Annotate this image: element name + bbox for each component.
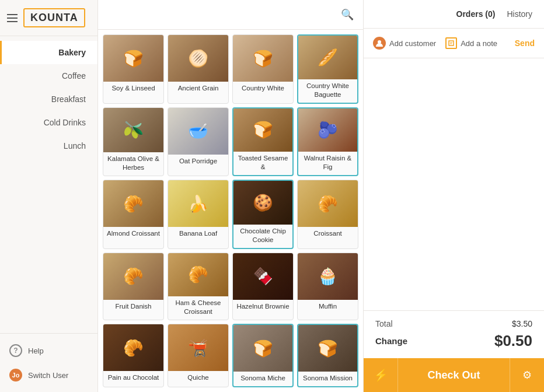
product-card-ham[interactable]: 🥐Ham & Cheese Croissant <box>168 253 229 321</box>
product-name-sonoma_miche: Sonoma Miche <box>233 372 292 386</box>
hamburger-icon[interactable] <box>7 14 18 22</box>
product-card-kalamata[interactable]: 🫒Kalamata Olive & Herbes <box>103 107 164 177</box>
change-label: Change <box>375 336 407 346</box>
total-row: Total $3.50 <box>375 319 532 328</box>
product-card-sonoma_miche[interactable]: 🍞Sonoma Miche <box>232 324 294 387</box>
product-image-choc: 🍪 <box>233 181 292 225</box>
product-card-quiche[interactable]: 🫕Quiche <box>168 324 229 387</box>
product-image-country: 🍞 <box>233 35 293 82</box>
order-content <box>364 58 544 310</box>
sidebar-item-bakery[interactable]: Bakery <box>0 41 97 64</box>
checkout-bar: ⚡ Check Out ⚙ <box>364 358 544 392</box>
total-amount: $3.50 <box>512 319 532 328</box>
product-image-croissant: 🥐 <box>298 180 358 227</box>
product-card-country[interactable]: 🍞Country White <box>232 34 294 104</box>
add-customer-button[interactable]: Add customer <box>373 37 436 50</box>
product-card-choc[interactable]: 🍪Chocolate Chip Cookie <box>232 180 294 249</box>
product-image-hazelnut: 🍫 <box>233 253 293 300</box>
product-image-almond: 🥐 <box>103 180 163 227</box>
product-image-ancient: 🫓 <box>168 35 228 82</box>
product-name-croissant: Croissant <box>298 227 358 242</box>
sidebar-nav: BakeryCoffeeBreakfastCold DrinksLunch <box>0 36 97 333</box>
product-image-ham: 🥐 <box>168 253 228 297</box>
product-name-oat: Oat Porridge <box>168 155 228 169</box>
total-label: Total <box>375 319 393 328</box>
product-card-danish[interactable]: 🥐Fruit Danish <box>103 253 164 321</box>
product-card-oat[interactable]: 🥣Oat Porridge <box>168 107 229 177</box>
history-tab[interactable]: History <box>507 9 532 19</box>
product-card-banana[interactable]: 🍌Banana Loaf <box>168 180 229 249</box>
products-grid: 🍞Soy & Linseed🫓Ancient Grain🍞Country Whi… <box>98 30 363 392</box>
product-name-muffin: Muffin <box>298 300 358 314</box>
product-card-toasted[interactable]: 🍞Toasted Sesame & <box>232 107 294 177</box>
product-image-pain: 🥐 <box>103 324 163 371</box>
product-image-banana: 🍌 <box>168 180 228 227</box>
product-card-hazelnut[interactable]: 🍫Hazelnut Brownie <box>232 253 294 321</box>
settings-button[interactable]: ⚙ <box>510 358 544 392</box>
product-card-ancient[interactable]: 🫓Ancient Grain <box>168 34 229 104</box>
sidebar-footer: ? Help Jo Switch User <box>0 333 97 392</box>
product-image-quiche: 🫕 <box>168 324 228 371</box>
main-area: 🔍 🍞Soy & Linseed🫓Ancient Grain🍞Country W… <box>98 0 363 392</box>
product-name-ham: Ham & Cheese Croissant <box>168 296 228 320</box>
product-image-walnut: 🫐 <box>298 108 357 152</box>
product-name-hazelnut: Hazelnut Brownie <box>233 300 293 314</box>
change-amount: $0.50 <box>494 332 532 350</box>
add-note-button[interactable]: Add a note <box>445 37 497 49</box>
user-avatar: Jo <box>9 369 22 382</box>
main-header: 🔍 <box>98 0 363 30</box>
right-header: Orders (0) History <box>364 0 544 29</box>
product-card-croissant[interactable]: 🥐Croissant <box>297 180 358 249</box>
product-image-danish: 🥐 <box>103 253 163 300</box>
product-name-quiche: Quiche <box>168 371 228 386</box>
lightning-button[interactable]: ⚡ <box>364 358 397 392</box>
product-name-soy: Soy & Linseed <box>103 82 163 96</box>
product-card-walnut[interactable]: 🫐Walnut Raisin & Fig <box>297 107 358 177</box>
app-logo: KOUNTA <box>23 8 85 27</box>
sidebar-item-coffee[interactable]: Coffee <box>0 64 97 88</box>
help-icon: ? <box>9 344 22 357</box>
product-name-sonoma_mission: Sonoma Mission <box>298 372 357 386</box>
change-row: Change $0.50 <box>375 332 532 350</box>
order-footer: Total $3.50 Change $0.50 <box>364 310 544 358</box>
product-image-toasted: 🍞 <box>233 108 292 152</box>
switch-user-button[interactable]: Jo Switch User <box>0 363 97 387</box>
search-icon[interactable]: 🔍 <box>341 8 354 21</box>
product-card-soy[interactable]: 🍞Soy & Linseed <box>103 34 164 104</box>
product-name-walnut: Walnut Raisin & Fig <box>298 152 357 175</box>
product-name-banana: Banana Loaf <box>168 227 228 242</box>
right-panel: Orders (0) History Add customer Add a no… <box>363 0 544 392</box>
product-name-baguette: Country White Baguette <box>298 79 357 103</box>
sidebar-header: KOUNTA <box>0 0 97 36</box>
product-image-muffin: 🧁 <box>298 253 358 300</box>
product-image-sonoma_mission: 🍞 <box>298 325 357 372</box>
product-name-almond: Almond Croissant <box>103 227 163 242</box>
sidebar-item-breakfast[interactable]: Breakfast <box>0 88 97 111</box>
product-name-kalamata: Kalamata Olive & Herbes <box>103 152 163 176</box>
product-name-country: Country White <box>233 82 293 96</box>
orders-tab[interactable]: Orders (0) <box>456 9 496 19</box>
sidebar-item-cold_drinks[interactable]: Cold Drinks <box>0 111 97 134</box>
send-button[interactable]: Send <box>515 38 535 48</box>
product-card-baguette[interactable]: 🥖Country White Baguette <box>297 34 358 104</box>
customer-icon <box>373 37 386 50</box>
sidebar: KOUNTA BakeryCoffeeBreakfastCold DrinksL… <box>0 0 98 392</box>
add-customer-label: Add customer <box>389 39 436 48</box>
note-icon <box>445 37 457 49</box>
product-card-almond[interactable]: 🥐Almond Croissant <box>103 180 164 249</box>
product-image-oat: 🥣 <box>168 108 228 155</box>
help-label: Help <box>28 346 44 355</box>
product-name-toasted: Toasted Sesame & <box>233 152 292 175</box>
product-name-choc: Chocolate Chip Cookie <box>233 225 292 248</box>
product-name-pain: Pain au Chocolat <box>103 371 163 386</box>
product-card-muffin[interactable]: 🧁Muffin <box>297 253 358 321</box>
product-card-sonoma_mission[interactable]: 🍞Sonoma Mission <box>297 324 358 387</box>
product-name-ancient: Ancient Grain <box>168 82 228 96</box>
checkout-button[interactable]: Check Out <box>397 358 510 392</box>
help-button[interactable]: ? Help <box>0 338 97 363</box>
product-name-danish: Fruit Danish <box>103 300 163 314</box>
sidebar-item-lunch[interactable]: Lunch <box>0 134 97 158</box>
add-note-label: Add a note <box>461 39 497 48</box>
right-actions: Add customer Add a note Send <box>364 29 544 58</box>
product-card-pain[interactable]: 🥐Pain au Chocolat <box>103 324 164 387</box>
